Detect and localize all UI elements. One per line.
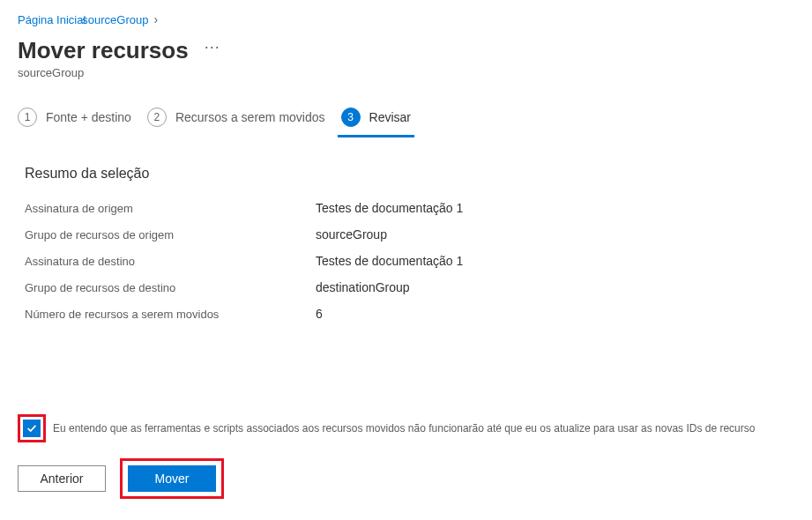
summary-label: Grupo de recursos de origem: [25, 228, 316, 241]
summary-value: Testes de documentação 1: [316, 254, 463, 268]
button-row: Anterior Mover: [18, 458, 812, 499]
summary-grid: Assinatura de origem Testes de documenta…: [25, 201, 794, 321]
move-button[interactable]: Mover: [128, 465, 216, 492]
step-number: 2: [147, 108, 167, 127]
summary-row-target-group: Grupo de recursos de destino destination…: [25, 280, 794, 294]
step-label: Recursos a serem movidos: [175, 110, 325, 124]
wizard-step-resources[interactable]: 2 Recursos a serem movidos: [147, 108, 325, 136]
highlight-box: [18, 414, 46, 442]
summary-value: 6: [316, 307, 323, 321]
summary-row-target-subscription: Assinatura de destino Testes de document…: [25, 254, 794, 268]
summary-label: Assinatura de destino: [25, 255, 316, 268]
breadcrumb-home[interactable]: Página Inicial: [18, 13, 86, 26]
footer: Eu entendo que as ferramentas e scripts …: [18, 414, 812, 499]
acknowledge-text: Eu entendo que as ferramentas e scripts …: [53, 422, 755, 435]
summary-row-source-subscription: Assinatura de origem Testes de documenta…: [25, 201, 794, 215]
wizard-step-review[interactable]: 3 Revisar: [341, 108, 411, 136]
summary-value: sourceGroup: [316, 227, 387, 241]
acknowledge-checkbox[interactable]: [23, 420, 41, 437]
wizard-steps: 1 Fonte + destino 2 Recursos a serem mov…: [18, 108, 794, 136]
acknowledgment-row: Eu entendo que as ferramentas e scripts …: [18, 414, 812, 442]
step-number: 3: [341, 108, 361, 127]
wizard-step-source-target[interactable]: 1 Fonte + destino: [18, 108, 131, 136]
breadcrumb: Página Inicial sourceGroup ›: [18, 12, 794, 26]
step-label: Fonte + destino: [46, 110, 131, 124]
check-icon: [26, 422, 38, 435]
chevron-right-icon: ›: [153, 12, 158, 26]
summary-label: Assinatura de origem: [25, 202, 316, 215]
summary-value: destinationGroup: [316, 280, 410, 294]
summary-row-source-group: Grupo de recursos de origem sourceGroup: [25, 227, 794, 241]
previous-button[interactable]: Anterior: [18, 465, 106, 492]
section-heading: Resumo da seleção: [25, 166, 794, 182]
step-number: 1: [18, 108, 37, 127]
summary-label: Grupo de recursos de destino: [25, 281, 316, 294]
step-label: Revisar: [369, 110, 411, 124]
page-title: Mover recursos: [18, 37, 189, 64]
summary-label: Número de recursos a serem movidos: [25, 308, 316, 321]
more-icon[interactable]: ···: [205, 38, 220, 63]
page-subtitle: sourceGroup: [18, 66, 794, 79]
breadcrumb-group[interactable]: sourceGroup: [82, 13, 148, 26]
summary-value: Testes de documentação 1: [316, 201, 463, 215]
highlight-box: Mover: [120, 458, 224, 499]
summary-row-count: Número de recursos a serem movidos 6: [25, 307, 794, 321]
title-row: Mover recursos ···: [18, 37, 794, 64]
